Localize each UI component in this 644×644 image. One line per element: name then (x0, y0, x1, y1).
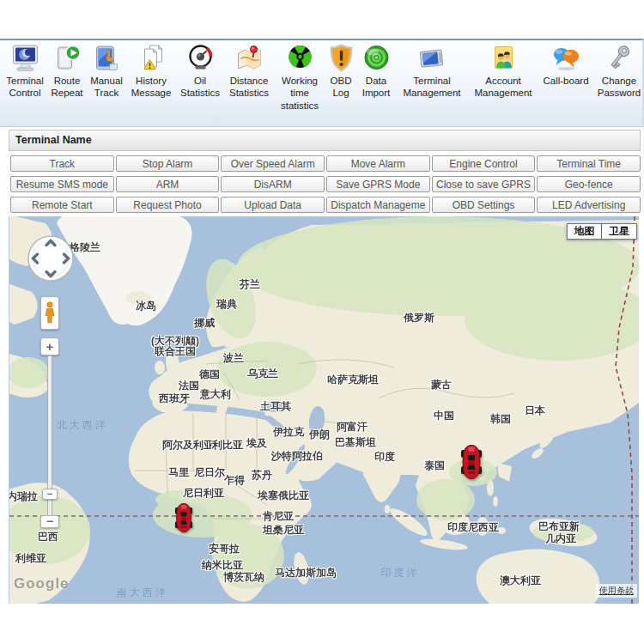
map-label: 利维亚 (15, 551, 46, 566)
map-label: 苏丹 (252, 468, 272, 483)
toolbar-item-label: Data Import (356, 75, 396, 100)
main-toolbar: Terminal Control Route Repeat Manual Tra… (0, 39, 644, 127)
command-terminal-time[interactable]: Terminal Time (537, 155, 641, 172)
command-stop-alarm[interactable]: Stop Alarm (116, 155, 220, 172)
google-watermark: Google (14, 575, 70, 592)
map-type-map-button[interactable]: 地图 (567, 223, 602, 240)
map-label: 澳大利亚 (500, 574, 541, 588)
toolbar-item-label: Call-board (543, 75, 588, 87)
map-label: 安哥拉 (209, 542, 240, 556)
toolbar-item-label: Distance Statistics (224, 75, 274, 100)
toolbar-item-distance-statistics[interactable]: Distance Statistics (224, 43, 274, 100)
chat-bubbles-icon (550, 43, 582, 74)
map-label: 尼日利亚 (183, 486, 224, 501)
map-label: 巴西 (38, 530, 58, 544)
key-icon (604, 43, 635, 74)
device-icon (416, 43, 448, 74)
terms-of-use-link[interactable]: 使用条款 (596, 584, 637, 598)
command-over-speed-alarm[interactable]: Over Speed Alarm (221, 155, 325, 172)
command-resume-sms-mode[interactable]: Resume SMS mode (10, 176, 114, 192)
toolbar-item-label: Manual Track (87, 75, 126, 100)
map-pin-icon (234, 43, 265, 74)
oil-gauge-icon (185, 43, 216, 74)
map-label: 韩国 (490, 412, 511, 427)
toolbar-item-manual-track[interactable]: Manual Track (87, 43, 126, 100)
command-upload-data[interactable]: Upload Data (221, 197, 325, 213)
toolbar-item-working-time-statistics[interactable]: Working time statistics (274, 43, 325, 112)
toolbar-item-obd-log[interactable]: OBD Log (325, 43, 356, 100)
map-label: 沙特阿拉伯 (271, 449, 323, 464)
car-marker[interactable] (461, 445, 482, 479)
street-view-pegman[interactable] (40, 296, 59, 330)
toolbar-item-oil-statistics[interactable]: Oil Statistics (176, 43, 224, 100)
map-label: 埃及 (246, 436, 267, 451)
toolbar-item-label: Change Password (593, 75, 644, 100)
toolbar-item-label: Working time statistics (274, 75, 325, 112)
toolbar-item-label: Account Management (468, 75, 538, 100)
world-map[interactable]: 格陵兰冰岛芬兰瑞典挪威(大不列颠)联合王国波兰德国乌克兰哈萨克斯坦法国意大利西班… (9, 216, 639, 604)
toolbar-item-label: History Message (126, 75, 176, 100)
users-folder-icon (488, 43, 519, 74)
route-repeat-icon (52, 43, 83, 74)
command-move-alarm[interactable]: Move Alarm (326, 155, 430, 172)
toolbar-item-change-password[interactable]: Change Password (593, 43, 644, 100)
map-label: 利比亚 (212, 438, 243, 453)
toolbar-item-route-repeat[interactable]: Route Repeat (47, 43, 87, 100)
map-label: 芬兰 (240, 277, 260, 292)
map-pan-control[interactable] (27, 234, 75, 283)
zoom-in-button[interactable]: + (40, 337, 59, 355)
terminal-name-header: Terminal Name (9, 130, 641, 151)
map-label: 印度 (374, 450, 395, 465)
command-geo-fence[interactable]: Geo-fence (537, 176, 641, 192)
toolbar-item-label: Route Repeat (47, 75, 87, 100)
map-label: 俄罗斯 (404, 311, 434, 325)
green-target-icon (361, 43, 392, 74)
command-arm[interactable]: ARM (116, 176, 220, 192)
map-label: 坦桑尼亚 (263, 523, 304, 538)
map-label: 联合王国 (155, 344, 196, 359)
command-engine-control[interactable]: Engine Control (432, 155, 536, 172)
map-label: 哈萨克斯坦 (327, 373, 379, 387)
map-label: 北大西洋 (57, 418, 108, 433)
toolbar-item-terminal-control[interactable]: Terminal Control (3, 43, 47, 100)
command-remote-start[interactable]: Remote Start (10, 197, 114, 213)
terminal-control-icon (9, 43, 41, 74)
zoom-out-button[interactable]: − (40, 515, 59, 528)
shield-warning-icon (325, 43, 357, 74)
toolbar-item-data-import[interactable]: Data Import (356, 43, 396, 100)
map-type-satellite-button[interactable]: 卫星 (602, 223, 637, 240)
map-label: 埃塞俄比亚 (258, 489, 309, 503)
map-label: 波兰 (223, 351, 244, 366)
toolbar-item-history-message[interactable]: History Message (126, 43, 176, 100)
map-label: 阿富汗 (337, 420, 368, 434)
toolbar-item-label: OBD Log (325, 75, 356, 100)
map-label: 乌克兰 (247, 367, 278, 381)
map-label: 阿尔及利亚 (162, 438, 214, 453)
toolbar-item-label: Terminal Control (3, 75, 47, 100)
map-type-switcher: 地图 卫星 (567, 223, 637, 240)
command-save-gprs-mode[interactable]: Save GPRS Mode (326, 176, 430, 192)
map-label: 伊拉克 (273, 425, 304, 440)
toolbar-item-terminal-management[interactable]: Terminal Management (396, 43, 468, 100)
map-label: 南大西洋 (117, 586, 168, 600)
zoom-slider-handle[interactable]: − (42, 489, 58, 500)
map-label: 挪威 (194, 316, 215, 331)
toolbar-item-call-board[interactable]: Call-board (538, 43, 593, 87)
command-track[interactable]: Track (10, 155, 114, 172)
map-label: 伊朗 (309, 428, 330, 442)
car-marker[interactable] (175, 503, 192, 532)
map-label: 马里 (168, 465, 189, 480)
map-label: 内瑞拉 (9, 489, 38, 504)
command-disarm[interactable]: DisARM (221, 176, 325, 192)
command-request-photo[interactable]: Request Photo (116, 197, 220, 213)
map-label: 乍得 (224, 473, 245, 488)
command-obd-settings[interactable]: OBD Settings (432, 197, 536, 213)
command-close-to-save-gprs[interactable]: Close to save GPRS (432, 176, 536, 192)
map-label: 德国 (199, 368, 220, 382)
toolbar-item-label: Terminal Management (396, 75, 468, 100)
command-dispatch-management[interactable]: Dispatch Manageme (326, 197, 430, 213)
toolbar-item-account-management[interactable]: Account Management (468, 43, 538, 100)
manual-track-icon (91, 43, 123, 74)
map-label: 土耳其 (260, 399, 291, 414)
command-led-advertising[interactable]: LED Advertising (537, 197, 641, 213)
